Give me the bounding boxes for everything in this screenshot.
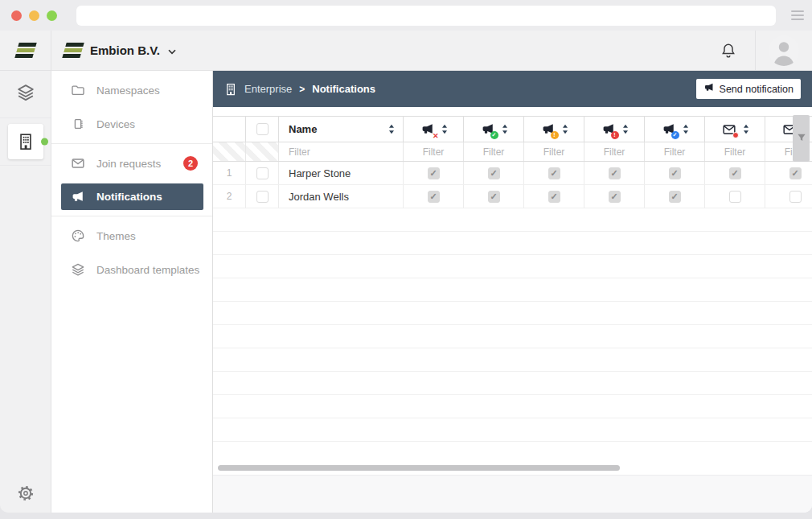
sidebar-item-label: Themes (96, 230, 136, 242)
sidebar-item-notifications[interactable]: Notifications (61, 183, 203, 210)
minimize-button[interactable] (29, 10, 39, 21)
sort-icon[interactable] (622, 124, 629, 134)
select-all-checkbox[interactable] (256, 123, 269, 135)
app-logo[interactable] (0, 31, 51, 70)
sort-icon[interactable] (502, 124, 508, 134)
checkbox-notify-info[interactable]: ✓ (669, 167, 681, 179)
breadcrumb: Enterprise > Notifications Send notifica… (213, 71, 812, 107)
row-name-cell: Jordan Wells (279, 185, 404, 208)
url-bar[interactable] (76, 6, 776, 26)
count-badge: 2 (183, 156, 198, 171)
sidebar-item-label: Devices (96, 118, 135, 130)
checkbox-notify-resolved[interactable]: ✓ (488, 191, 500, 203)
table-footer (213, 475, 812, 513)
column-header-notify-alarm[interactable]: ✕ (404, 117, 464, 142)
filter-cell-notify-alarm (404, 142, 464, 161)
breadcrumb-root[interactable]: Enterprise (244, 83, 292, 95)
sidebar-item-label: Notifications (96, 191, 162, 203)
badge-circle: ! (551, 131, 559, 139)
funnel-icon (797, 131, 806, 146)
sidebar-item-join-requests[interactable]: Join requests2 (51, 146, 212, 180)
filter-cell-notify-info (645, 142, 705, 161)
sidebar-group: NamespacesDevices (51, 71, 212, 144)
column-header-notify-resolved[interactable]: ✓ (464, 117, 524, 142)
filter-input-notify-info[interactable] (645, 142, 704, 161)
column-header-notify-warning[interactable]: ! (524, 117, 584, 142)
app-window: Embion B.V. NamespacesDevicesJoin reques… (0, 0, 812, 513)
chevron-down-icon (168, 43, 176, 58)
sort-icon[interactable] (388, 124, 395, 134)
sidebar-item-namespaces[interactable]: Namespaces (51, 73, 212, 107)
close-button[interactable] (11, 10, 22, 21)
row-select-checkbox[interactable] (256, 167, 269, 179)
check-cell-mail-resolved: ✓ (765, 162, 812, 184)
settings-gear-icon[interactable] (0, 485, 51, 501)
sort-icon[interactable] (562, 124, 568, 134)
row-number-label: 1 (227, 167, 232, 179)
bullhorn-icon: ! (601, 122, 617, 138)
checkbox-mail-alarm[interactable]: ✓ (729, 167, 741, 179)
check-cell-notify-resolved: ✓ (464, 185, 524, 208)
filter-input-notify-resolved[interactable] (464, 142, 523, 161)
check-cell-mail-alarm (705, 185, 765, 208)
checkbox-notify-alarm[interactable]: ✓ (428, 167, 440, 179)
bullhorn-icon (703, 82, 715, 96)
horizontal-scrollbar[interactable] (218, 465, 620, 471)
column-header-notify-critical[interactable]: ! (584, 117, 645, 142)
name-column-header[interactable]: Name (279, 117, 404, 142)
filter-panel-toggle[interactable] (793, 115, 810, 162)
row-select-cell (246, 162, 279, 184)
checkbox-mail-resolved[interactable]: ✓ (789, 167, 802, 179)
row-number: 1 (213, 162, 246, 184)
name-header-label: Name (289, 123, 317, 135)
send-notification-button[interactable]: Send notification (696, 79, 801, 99)
filter-input-notify-alarm[interactable] (404, 142, 463, 161)
checkbox-notify-warning[interactable]: ✓ (548, 191, 560, 203)
checkbox-notify-alarm[interactable]: ✓ (428, 191, 440, 203)
checkbox-notify-info[interactable]: ✓ (669, 191, 681, 203)
filter-disabled-cell (246, 142, 279, 161)
rail-item-dashboards[interactable] (0, 71, 51, 118)
main-content: Enterprise > Notifications Send notifica… (213, 71, 812, 513)
check-cell-notify-info: ✓ (645, 162, 705, 184)
rail-item-enterprise[interactable] (0, 118, 51, 166)
name-filter-input[interactable] (279, 142, 403, 161)
column-header-notify-info[interactable]: ✓ (645, 117, 705, 142)
sort-icon[interactable] (441, 124, 448, 134)
badge-dot (732, 132, 739, 138)
browser-menu-icon[interactable] (791, 10, 804, 20)
sort-icon[interactable] (683, 124, 689, 134)
notifications-bell-icon[interactable] (702, 31, 756, 70)
sidebar-item-label: Dashboard templates (96, 264, 199, 276)
breadcrumb-current: Notifications (312, 83, 375, 95)
check-cell-notify-resolved: ✓ (464, 162, 524, 184)
app-header: Embion B.V. (0, 31, 812, 71)
maximize-button[interactable] (47, 10, 57, 21)
check-cell-notify-alarm: ✓ (404, 162, 464, 184)
filter-cell-notify-critical (584, 142, 645, 161)
filter-input-mail-alarm[interactable] (705, 142, 765, 161)
layers-icon (71, 262, 85, 277)
check-cell-notify-alarm: ✓ (404, 185, 464, 208)
sidebar-item-devices[interactable]: Devices (51, 107, 212, 141)
checkbox-notify-critical[interactable]: ✓ (609, 191, 621, 203)
sidebar-item-dashboard-templates[interactable]: Dashboard templates (51, 253, 212, 286)
checkbox-notify-warning[interactable]: ✓ (548, 167, 560, 179)
row-select-checkbox[interactable] (256, 191, 269, 203)
check-cell-mail-resolved (765, 185, 812, 208)
org-switcher[interactable]: Embion B.V. (64, 43, 176, 58)
empty-rows-area (213, 208, 812, 464)
filter-input-notify-warning[interactable] (524, 142, 584, 161)
chip-icon (71, 117, 85, 131)
checkbox-notify-critical[interactable]: ✓ (609, 167, 621, 179)
sidebar-item-themes[interactable]: Themes (51, 219, 212, 253)
checkbox-notify-resolved[interactable]: ✓ (488, 167, 500, 179)
row-number: 2 (213, 185, 246, 208)
user-avatar[interactable] (769, 35, 799, 66)
filter-input-notify-critical[interactable] (584, 142, 644, 161)
sort-icon[interactable] (743, 124, 749, 134)
check-cell-notify-critical: ✓ (584, 185, 645, 208)
checkbox-mail-resolved[interactable] (789, 191, 802, 203)
checkbox-mail-alarm[interactable] (729, 191, 741, 203)
column-header-mail-alarm[interactable] (705, 117, 765, 142)
